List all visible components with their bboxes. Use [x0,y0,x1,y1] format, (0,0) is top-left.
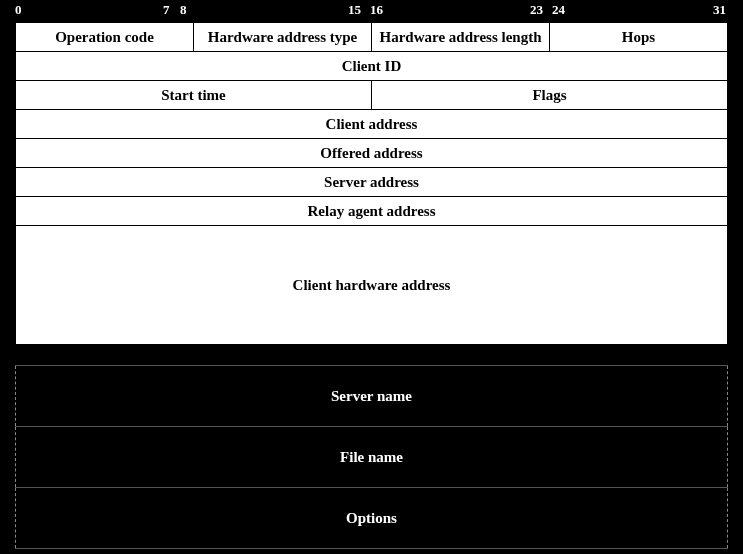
bit-7: 7 [163,2,170,18]
packet-diagram: 0 7 8 15 16 23 24 31 Operation code Hard… [0,0,743,554]
field-xid: Client ID [16,52,727,80]
bit-0: 0 [15,2,22,18]
field-giaddr: Relay agent address [16,197,727,225]
field-sname-label: Server name [331,388,412,405]
bit-8: 8 [180,2,187,18]
bit-31: 31 [713,2,726,18]
field-chaddr: Client hardware address [16,226,727,344]
field-file-label: File name [340,449,403,466]
field-options: Options [15,487,728,549]
field-siaddr: Server address [16,168,727,196]
field-options-label: Options [346,510,397,527]
field-hlen: Hardware address length [372,23,550,51]
packet-grid: Operation code Hardware address type Har… [15,22,728,345]
field-htype: Hardware address type [194,23,372,51]
field-flags: Flags [372,81,727,109]
field-sname: Server name [15,365,728,426]
variable-zone: Server name File name Options [15,365,728,549]
bit-16: 16 [370,2,383,18]
field-secs: Start time [16,81,372,109]
field-file: File name [15,426,728,487]
bit-23: 23 [530,2,543,18]
field-yiaddr: Offered address [16,139,727,167]
field-ciaddr: Client address [16,110,727,138]
bit-ruler: 0 7 8 15 16 23 24 31 [0,0,743,22]
field-hops: Hops [550,23,727,51]
field-op: Operation code [16,23,194,51]
bit-15: 15 [348,2,361,18]
bit-24: 24 [552,2,565,18]
